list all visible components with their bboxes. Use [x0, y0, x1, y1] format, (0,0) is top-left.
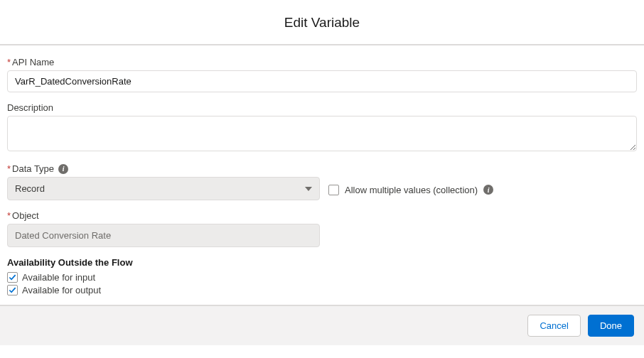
- available-for-input-row: Available for input: [7, 272, 637, 283]
- data-type-value: Record: [15, 183, 45, 194]
- allow-multiple-row: Allow multiple values (collection) i: [328, 185, 493, 195]
- dialog-content: *API Name Description *Data Type i Recor…: [0, 45, 644, 305]
- required-asterisk: *: [7, 57, 11, 67]
- object-label: *Object: [7, 210, 637, 221]
- dialog-footer: Cancel Done: [0, 305, 644, 345]
- data-type-label-wrap: *Data Type i: [7, 163, 320, 174]
- description-label: Description: [7, 102, 637, 113]
- object-field: *Object Dated Conversion Rate: [7, 210, 637, 247]
- data-type-label: *Data Type: [7, 163, 54, 174]
- available-for-output-checkbox[interactable]: [7, 285, 18, 295]
- data-type-label-text: Data Type: [12, 163, 54, 174]
- api-name-label: *API Name: [7, 57, 637, 67]
- available-for-input-checkbox[interactable]: [7, 272, 18, 283]
- cancel-button[interactable]: Cancel: [527, 315, 580, 337]
- available-for-output-label: Available for output: [22, 285, 101, 295]
- api-name-input[interactable]: [7, 70, 637, 92]
- done-button[interactable]: Done: [588, 315, 634, 337]
- description-field: Description: [7, 102, 637, 153]
- info-icon[interactable]: i: [483, 185, 493, 195]
- available-for-output-row: Available for output: [7, 285, 637, 295]
- data-type-select[interactable]: Record: [7, 177, 320, 200]
- info-icon[interactable]: i: [58, 164, 68, 174]
- object-input[interactable]: Dated Conversion Rate: [7, 224, 320, 247]
- availability-heading: Availability Outside the Flow: [7, 257, 637, 268]
- api-name-label-text: API Name: [12, 57, 54, 67]
- object-value: Dated Conversion Rate: [15, 230, 111, 241]
- data-type-group: *Data Type i Record: [7, 163, 320, 200]
- required-asterisk: *: [7, 163, 11, 174]
- data-type-row: *Data Type i Record Allow multiple value…: [7, 163, 637, 200]
- allow-multiple-checkbox[interactable]: [328, 185, 339, 195]
- api-name-field: *API Name: [7, 57, 637, 92]
- object-label-text: Object: [12, 210, 39, 221]
- available-for-input-label: Available for input: [22, 272, 95, 283]
- allow-multiple-label: Allow multiple values (collection): [345, 185, 478, 195]
- chevron-down-icon: [305, 187, 312, 191]
- required-asterisk: *: [7, 210, 11, 221]
- object-group: Dated Conversion Rate: [7, 224, 320, 247]
- dialog-title: Edit Variable: [0, 0, 644, 44]
- description-input[interactable]: [7, 116, 637, 151]
